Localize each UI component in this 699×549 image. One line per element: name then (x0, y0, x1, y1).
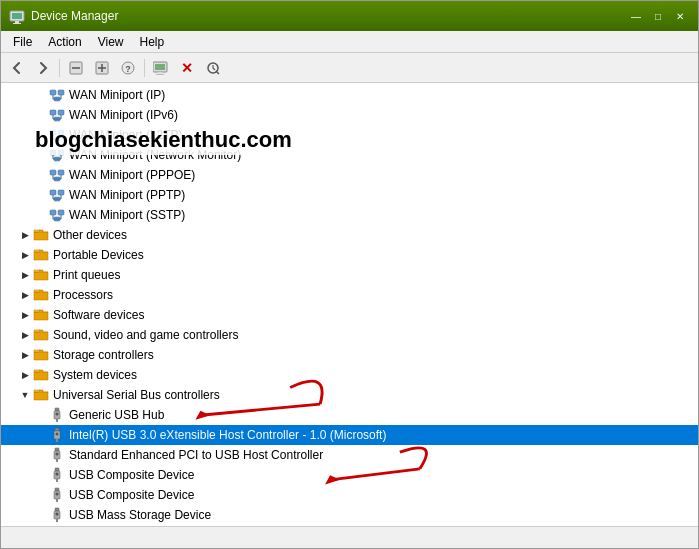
menu-view[interactable]: View (90, 31, 132, 52)
tree-item-wan-sstp[interactable]: ▶ WAN Miniport (SSTP) (1, 205, 698, 225)
expand-icon-system-devices[interactable]: ▶ (17, 367, 33, 383)
svg-rect-41 (50, 170, 56, 175)
menu-help[interactable]: Help (132, 31, 173, 52)
scan-button[interactable] (201, 56, 225, 80)
item-label-generic-usb-hub: Generic USB Hub (69, 408, 164, 422)
svg-rect-67 (55, 448, 59, 451)
expand-icon-software-devices[interactable]: ▶ (17, 307, 33, 323)
svg-rect-54 (58, 210, 64, 215)
tree-item-wan-ip[interactable]: ▶ WAN Miniport (IP) (1, 85, 698, 105)
item-label-intel-usb3: Intel(R) USB 3.0 eXtensible Host Control… (69, 428, 386, 442)
device-manager-toolbar-button[interactable] (149, 56, 173, 80)
tree-item-usb-root-hub[interactable]: ▶ USB Root Hub (1, 525, 698, 526)
watermark: blogchiasekienthuc.com (31, 125, 296, 155)
network-icon-wan-ipv6 (49, 107, 65, 123)
item-label-wan-pptp: WAN Miniport (PPTP) (69, 188, 185, 202)
svg-rect-24 (58, 110, 64, 115)
tree-item-print-queues[interactable]: ▶ Print queues (1, 265, 698, 285)
svg-rect-1 (12, 13, 22, 19)
menu-file[interactable]: File (5, 31, 40, 52)
expand-icon-storage-controllers[interactable]: ▶ (17, 347, 33, 363)
svg-rect-63 (55, 428, 59, 431)
svg-rect-59 (55, 408, 59, 411)
back-button[interactable] (5, 56, 29, 80)
tree-item-sound-video[interactable]: ▶ Sound, video and game controllers (1, 325, 698, 345)
maximize-button[interactable]: □ (648, 6, 668, 26)
tree-item-generic-usb-hub[interactable]: ▶ Generic USB Hub (1, 405, 698, 425)
close-button[interactable]: ✕ (670, 6, 690, 26)
svg-point-66 (56, 433, 59, 436)
window-title: Device Manager (31, 9, 118, 23)
status-bar (1, 526, 698, 548)
tree-item-usb-composite-2[interactable]: ▶ USB Composite Device (1, 485, 698, 505)
collapse-button[interactable] (64, 56, 88, 80)
item-label-standard-pci: Standard Enhanced PCI to USB Host Contro… (69, 448, 323, 462)
tree-item-wan-ipv6[interactable]: ▶ WAN Miniport (IPv6) (1, 105, 698, 125)
item-label-wan-ipv6: WAN Miniport (IPv6) (69, 108, 178, 122)
tree-item-usb-mass-storage[interactable]: ▶ USB Mass Storage Device (1, 505, 698, 525)
toolbar-sep-1 (59, 59, 60, 77)
remove-button[interactable]: ✕ (175, 56, 199, 80)
toolbar: ? ✕ (1, 53, 698, 83)
item-label-wan-sstp: WAN Miniport (SSTP) (69, 208, 185, 222)
tree-item-system-devices[interactable]: ▶ System devices (1, 365, 698, 385)
svg-line-16 (216, 71, 219, 74)
tree-item-processors[interactable]: ▶ Processors (1, 285, 698, 305)
usb-icon-intel-usb3 (49, 427, 65, 443)
item-label-wan-pppoe: WAN Miniport (PPPOE) (69, 168, 195, 182)
forward-button[interactable] (31, 56, 55, 80)
svg-point-74 (56, 473, 59, 476)
network-icon-wan-pppoe (49, 167, 65, 183)
device-manager-window: Device Manager — □ ✕ File Action View He… (0, 0, 699, 549)
item-label-other-devices: Other devices (53, 228, 127, 242)
tree-item-usb-controllers[interactable]: ▼ Universal Serial Bus controllers (1, 385, 698, 405)
item-label-processors: Processors (53, 288, 113, 302)
usb-icon-usb-composite-2 (49, 487, 65, 503)
help-toolbar-button[interactable]: ? (116, 56, 140, 80)
expand-icon-other-devices[interactable]: ▶ (17, 227, 33, 243)
svg-rect-48 (58, 190, 64, 195)
expand-icon-print-queues[interactable]: ▶ (17, 267, 33, 283)
svg-rect-23 (50, 110, 56, 115)
svg-rect-79 (55, 508, 59, 511)
tree-item-portable-devices[interactable]: ▶ Portable Devices (1, 245, 698, 265)
item-label-usb-mass-storage: USB Mass Storage Device (69, 508, 211, 522)
svg-text:?: ? (125, 64, 131, 74)
item-label-portable-devices: Portable Devices (53, 248, 144, 262)
tree-item-other-devices[interactable]: ▶ Other devices (1, 225, 698, 245)
svg-rect-42 (58, 170, 64, 175)
tree-item-software-devices[interactable]: ▶ Software devices (1, 305, 698, 325)
minimize-button[interactable]: — (626, 6, 646, 26)
title-bar: Device Manager — □ ✕ (1, 1, 698, 31)
usb-icon-standard-pci (49, 447, 65, 463)
expand-button[interactable] (90, 56, 114, 80)
expand-icon-sound-video[interactable]: ▶ (17, 327, 33, 343)
tree-item-wan-pptp[interactable]: ▶ WAN Miniport (PPTP) (1, 185, 698, 205)
item-label-sound-video: Sound, video and game controllers (53, 328, 238, 342)
network-icon-wan-ip (49, 87, 65, 103)
svg-rect-18 (58, 90, 64, 95)
usb-icon-usb-mass-storage (49, 507, 65, 523)
tree-item-standard-pci[interactable]: ▶ Standard Enhanced PCI to USB Host Cont… (1, 445, 698, 465)
svg-point-82 (56, 513, 59, 516)
tree-item-intel-usb3[interactable]: ▶ Intel(R) USB 3.0 eXtensible Host Contr… (1, 425, 698, 445)
svg-rect-14 (156, 74, 164, 75)
svg-rect-47 (50, 190, 56, 195)
svg-rect-81 (56, 519, 58, 522)
svg-rect-65 (56, 439, 58, 442)
expand-icon-portable-devices[interactable]: ▶ (17, 247, 33, 263)
menu-action[interactable]: Action (40, 31, 89, 52)
tree-item-usb-composite-1[interactable]: ▶ USB Composite Device (1, 465, 698, 485)
folder-icon-software-devices (33, 307, 49, 323)
folder-icon-sound-video (33, 327, 49, 343)
usb-icon-generic-usb-hub (49, 407, 65, 423)
collapse-icon-usb-controllers[interactable]: ▼ (17, 387, 33, 403)
expand-icon-processors[interactable]: ▶ (17, 287, 33, 303)
svg-rect-77 (56, 499, 58, 502)
tree-item-wan-pppoe[interactable]: ▶ WAN Miniport (PPPOE) (1, 165, 698, 185)
item-label-system-devices: System devices (53, 368, 137, 382)
tree-item-storage-controllers[interactable]: ▶ Storage controllers (1, 345, 698, 365)
network-icon-wan-sstp (49, 207, 65, 223)
svg-rect-69 (56, 459, 58, 462)
svg-rect-3 (13, 23, 21, 24)
